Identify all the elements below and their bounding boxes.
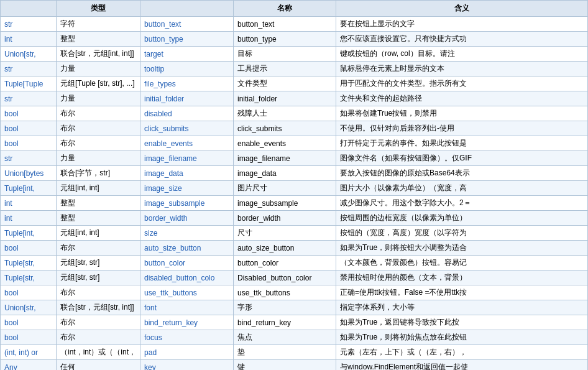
- cell-name: border_width: [140, 211, 234, 226]
- table-row: Tuple[int,元组[int, int]size尺寸按钮的（宽度，高度）宽度…: [1, 226, 588, 241]
- cell-meaning: 正确=使用ttk按钮。False =不使用ttk按: [336, 285, 588, 300]
- cell-type-full: 字符: [57, 17, 140, 32]
- cell-name: size: [140, 226, 234, 241]
- cell-type-short: bool: [1, 106, 57, 121]
- cell-meaning: 用于匹配文件的文件类型。指示所有文: [336, 76, 588, 91]
- cell-type-full: 整型: [57, 32, 140, 47]
- cell-type-full: 布尔: [57, 285, 140, 300]
- cell-display-name: 键: [234, 360, 336, 371]
- cell-type-short: bool: [1, 136, 57, 151]
- table-row: Union[str,联合[str，元组[str, int]]font字形指定字体…: [1, 300, 588, 315]
- cell-display-name: auto_size_button: [234, 241, 336, 256]
- cell-type-short: Union[bytes: [1, 166, 57, 181]
- cell-type-short: bool: [1, 121, 57, 136]
- cell-meaning: 与window.FindElement和返回值一起使: [336, 360, 588, 371]
- cell-name: image_size: [140, 181, 234, 196]
- cell-meaning: 打开特定于元素的事件。如果此按钮是: [336, 136, 588, 151]
- cell-name: enable_events: [140, 136, 234, 151]
- cell-meaning: 图像文件名（如果有按钮图像）。仅GIF: [336, 151, 588, 166]
- cell-type-short: bool: [1, 241, 57, 256]
- header-meaning: 含义: [336, 1, 588, 17]
- cell-type-short: Tuple[str,: [1, 256, 57, 271]
- cell-type-full: 整型: [57, 211, 140, 226]
- cell-meaning: 如果为True，则将按钮大小调整为适合: [336, 241, 588, 256]
- cell-display-name: 尺寸: [234, 226, 336, 241]
- cell-type-full: 联合[字节，str]: [57, 166, 140, 181]
- cell-type-short: Union[str,: [1, 47, 57, 62]
- table-row: Tuple[str,元组[str, str]button_colorbutton…: [1, 256, 588, 271]
- table-row: Tuple[Tuple元组[Tuple [str, str], ...]file…: [1, 76, 588, 91]
- cell-meaning: 指定字体系列，大小等: [336, 300, 588, 315]
- cell-type-full: 元组[str, str]: [57, 256, 140, 271]
- table-row: bool布尔use_ttk_buttonsuse_ttk_buttons正确=使…: [1, 285, 588, 300]
- cell-name: image_data: [140, 166, 234, 181]
- cell-meaning: 您不应该直接设置它。只有快捷方式功: [336, 32, 588, 47]
- cell-name: disabled: [140, 106, 234, 121]
- cell-type-short: str: [1, 62, 57, 76]
- cell-name: tooltip: [140, 62, 234, 76]
- cell-display-name: button_color: [234, 256, 336, 271]
- header-display: 名称: [234, 1, 336, 17]
- cell-display-name: image_data: [234, 166, 336, 181]
- cell-display-name: 残障人士: [234, 106, 336, 121]
- cell-meaning: 按钮的（宽度，高度）宽度（以字符为: [336, 226, 588, 241]
- cell-type-full: 元组[int, int]: [57, 226, 140, 241]
- table-row: Union[bytes联合[字节，str]image_dataimage_dat…: [1, 166, 588, 181]
- cell-type-full: （int，int）或（（int，: [57, 345, 140, 360]
- cell-type-short: Union[str,: [1, 300, 57, 315]
- cell-meaning: 如果为True，返回键将导致按下此按: [336, 315, 588, 330]
- table-row: bool布尔bind_return_keybind_return_key如果为T…: [1, 315, 588, 330]
- cell-type-short: int: [1, 32, 57, 47]
- cell-meaning: 键或按钮的（row, col）目标。请注: [336, 47, 588, 62]
- cell-type-short: str: [1, 17, 57, 32]
- cell-type-short: bool: [1, 330, 57, 345]
- cell-display-name: 图片尺寸: [234, 181, 336, 196]
- cell-type-full: 元组[int, int]: [57, 181, 140, 196]
- cell-type-full: 整型: [57, 196, 140, 211]
- cell-display-name: 垫: [234, 345, 336, 360]
- cell-meaning: 如果将创建True按钮，则禁用: [336, 106, 588, 121]
- cell-type-short: Tuple[int,: [1, 181, 57, 196]
- table-row: bool布尔enable_eventsenable_events打开特定于元素的…: [1, 136, 588, 151]
- cell-display-name: button_type: [234, 32, 336, 47]
- cell-type-full: 布尔: [57, 241, 140, 256]
- header-name: [140, 1, 234, 17]
- cell-type-full: 布尔: [57, 106, 140, 121]
- cell-display-name: bind_return_key: [234, 315, 336, 330]
- table-row: int整型button_typebutton_type您不应该直接设置它。只有快…: [1, 32, 588, 47]
- cell-type-full: 联合[str，元组[int, int]]: [57, 47, 140, 62]
- cell-type-short: (int, int) or: [1, 345, 57, 360]
- cell-name: target: [140, 47, 234, 62]
- data-table: 类型 名称 含义 str字符button_textbutton_text要在按钮…: [0, 0, 588, 370]
- table-row: int整型border_widthborder_width按钮周围的边框宽度（以…: [1, 211, 588, 226]
- cell-type-full: 元组[str, str]: [57, 271, 140, 285]
- table-row: str力量tooltip工具提示鼠标悬停在元素上时显示的文本: [1, 62, 588, 76]
- table-row: bool布尔focus焦点如果为True，则将初始焦点放在此按钮: [1, 330, 588, 345]
- header-type-short: [1, 1, 57, 17]
- cell-type-full: 力量: [57, 151, 140, 166]
- table-row: Tuple[int,元组[int, int]image_size图片尺寸图片大小…: [1, 181, 588, 196]
- cell-display-name: click_submits: [234, 121, 336, 136]
- cell-name: button_text: [140, 17, 234, 32]
- cell-meaning: 不使用。仅针对向后兼容列出-使用: [336, 121, 588, 136]
- cell-name: focus: [140, 330, 234, 345]
- cell-type-short: bool: [1, 315, 57, 330]
- cell-name: auto_size_button: [140, 241, 234, 256]
- cell-type-short: int: [1, 196, 57, 211]
- cell-display-name: 文件类型: [234, 76, 336, 91]
- cell-type-full: 力量: [57, 62, 140, 76]
- table-row: str力量image_filenameimage_filename图像文件名（如…: [1, 151, 588, 166]
- main-container: 类型 名称 含义 str字符button_textbutton_text要在按钮…: [0, 0, 588, 370]
- table-row: str字符button_textbutton_text要在按钮上显示的文字: [1, 17, 588, 32]
- cell-name: button_color: [140, 256, 234, 271]
- table-body: str字符button_textbutton_text要在按钮上显示的文字int…: [1, 17, 588, 371]
- cell-name: disabled_button_colo: [140, 271, 234, 285]
- cell-name: button_type: [140, 32, 234, 47]
- cell-display-name: use_ttk_buttons: [234, 285, 336, 300]
- cell-display-name: 工具提示: [234, 62, 336, 76]
- cell-type-short: Any: [1, 360, 57, 371]
- cell-display-name: image_filename: [234, 151, 336, 166]
- cell-name: use_ttk_buttons: [140, 285, 234, 300]
- cell-type-short: Tuple[str,: [1, 271, 57, 285]
- cell-type-full: 布尔: [57, 136, 140, 151]
